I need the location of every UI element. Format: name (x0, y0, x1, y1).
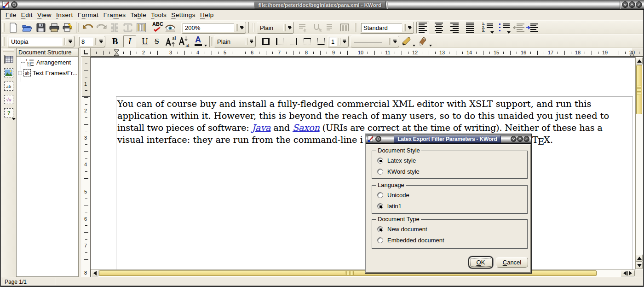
paragraph-style-combobox[interactable]: Standard (360, 22, 414, 34)
tree-item-text-frames[interactable]: ab Text Frames/Fr... (18, 69, 78, 76)
style-dropdown-arrow[interactable] (287, 24, 293, 31)
radio-option[interactable]: KWord style (377, 167, 420, 176)
formatting-chars-eye-icon[interactable] (164, 22, 177, 34)
tree-item-arrangement[interactable]: 1.1.11.2 Arrangement (26, 59, 71, 66)
paragraph-style-value[interactable]: Standard (361, 23, 402, 32)
increase-indent-button[interactable] (526, 22, 539, 34)
border-right-button[interactable] (287, 35, 300, 47)
tab-type-selector[interactable] (81, 48, 91, 57)
numbered-list-button[interactable]: 1.2.3. (481, 22, 495, 34)
strikethrough-button[interactable]: S (150, 35, 163, 47)
minimize-button[interactable] (622, 1, 628, 8)
save-button[interactable] (34, 22, 47, 34)
border-style-dropdown-arrow[interactable] (392, 38, 398, 45)
window-titlebar[interactable]: file:/home/peter/doc/beginlatex/para.xml… (0, 0, 644, 10)
border-color-pen-button[interactable] (400, 35, 416, 47)
close-button[interactable] (636, 1, 642, 8)
frame-borders-icon-1[interactable] (108, 22, 121, 34)
menu-item[interactable]: File (3, 10, 19, 20)
toolbar-handle3[interactable] (252, 22, 255, 34)
insert-text-frame-button[interactable]: ab (3, 80, 15, 92)
insert-footnote-icon[interactable] (296, 22, 309, 34)
italic-button[interactable]: I (123, 35, 136, 47)
print-preview-button[interactable] (61, 22, 74, 34)
insert-picture-button[interactable] (3, 67, 15, 79)
page-layout-icon[interactable] (338, 22, 351, 34)
horizontal-ruler[interactable]: 1234567891011121314151617181920 (91, 48, 644, 57)
menu-item[interactable]: Settings (169, 10, 198, 20)
scroll-left-right-buttons[interactable] (621, 270, 635, 276)
format-style-combobox[interactable]: Plain (257, 22, 294, 34)
radio-option[interactable]: New document (377, 224, 427, 234)
align-justify-button[interactable] (464, 22, 477, 34)
zoom-value[interactable]: 200% (183, 23, 234, 32)
menu-item[interactable]: Format (75, 10, 101, 20)
bold-button[interactable]: B (109, 35, 121, 47)
align-left-button[interactable] (416, 22, 429, 34)
vertical-ruler[interactable]: 12345678 (81, 57, 91, 277)
border-width-dropdown-arrow[interactable] (341, 38, 347, 45)
first-line-indent-marker[interactable] (114, 49, 120, 56)
redo-button[interactable] (95, 22, 108, 34)
background-color-button[interactable] (417, 35, 432, 47)
new-document-button[interactable] (7, 22, 20, 34)
menu-item[interactable]: Insert (54, 10, 75, 20)
align-right-button[interactable] (448, 22, 461, 34)
insert-formula-button[interactable]: √x (3, 94, 15, 105)
menu-item[interactable]: Frames (101, 10, 128, 20)
frame-columns-icon[interactable] (135, 22, 148, 34)
sticky-button[interactable] (11, 1, 17, 8)
underline-button[interactable]: U (138, 35, 151, 47)
tree-expander-icon[interactable] (18, 71, 22, 75)
scroll-up-button2[interactable] (636, 254, 643, 262)
border-width-combobox[interactable]: 1 (328, 35, 349, 47)
frame-style-dropdown-arrow[interactable] (248, 38, 254, 45)
paragraph-style-dropdown-arrow[interactable] (407, 24, 413, 31)
ok-button[interactable]: OK (468, 256, 493, 269)
print-button[interactable] (48, 22, 61, 34)
decrease-indent-button[interactable] (513, 22, 526, 34)
border-top-button[interactable] (301, 35, 314, 47)
font-size-combobox[interactable]: 8 (78, 35, 105, 47)
font-size-value[interactable]: 8 (79, 37, 93, 46)
toolbar2-handle2[interactable] (210, 35, 214, 47)
vertical-scroll-thumb[interactable] (636, 65, 642, 114)
font-family-combobox[interactable]: Utopia (7, 35, 75, 47)
document-view[interactable]: You can of course buy and install a full… (91, 57, 635, 269)
toolbar-handle[interactable] (2, 22, 6, 34)
menu-item[interactable]: Help (198, 10, 216, 20)
dialog-minimize-button[interactable] (511, 136, 517, 142)
right-indent-marker[interactable] (629, 53, 635, 57)
scroll-down-button[interactable] (636, 262, 643, 269)
undo-button[interactable] (82, 22, 95, 34)
menu-item[interactable]: Edit (19, 10, 35, 20)
radio-option[interactable]: Unicode (377, 190, 409, 199)
format-paragraph-icon[interactable] (324, 22, 334, 34)
horizontal-scrollbar[interactable] (91, 269, 635, 277)
vtoolbar-handle[interactable] (3, 49, 14, 53)
border-width-value[interactable]: 1 (329, 37, 337, 46)
font-dropdown-arrow[interactable] (67, 38, 73, 45)
subscript-button[interactable]: aI (178, 35, 190, 47)
open-document-button[interactable] (21, 22, 34, 34)
font-color-button[interactable]: A (192, 35, 209, 47)
font-size-dropdown-arrow[interactable] (98, 38, 104, 45)
border-bottom-button[interactable] (315, 35, 328, 47)
radio-option[interactable]: Latex style (377, 156, 416, 165)
vertical-scrollbar[interactable] (635, 57, 643, 269)
border-outline-button[interactable] (259, 35, 272, 47)
insert-object-button[interactable]: ? (3, 107, 15, 119)
align-center-button[interactable] (432, 22, 445, 34)
menu-item[interactable]: View (35, 10, 54, 20)
border-style-combobox[interactable] (351, 35, 399, 47)
scroll-up-button[interactable] (636, 57, 643, 64)
zoom-combobox[interactable]: 200% (181, 22, 246, 34)
menu-item[interactable]: Table (128, 10, 149, 20)
border-left-button[interactable] (273, 35, 286, 47)
font-family-value[interactable]: Utopia (9, 37, 63, 46)
dialog-titlebar[interactable]: Latex Export Filter Parameters - KWord (366, 135, 531, 144)
dialog-close-button[interactable] (523, 136, 529, 142)
toolbar-handle4[interactable] (354, 22, 358, 34)
insert-table-button[interactable] (3, 53, 15, 65)
dialog-maximize-button[interactable] (517, 136, 523, 142)
